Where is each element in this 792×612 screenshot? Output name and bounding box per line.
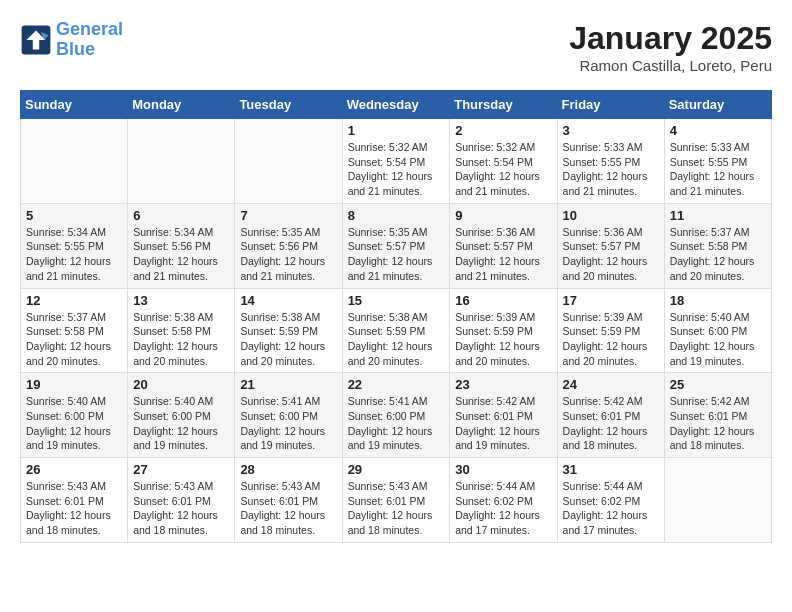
calendar-cell: 3Sunrise: 5:33 AM Sunset: 5:55 PM Daylig… — [557, 119, 664, 204]
calendar-cell: 23Sunrise: 5:42 AM Sunset: 6:01 PM Dayli… — [450, 373, 557, 458]
weekday-header-tuesday: Tuesday — [235, 91, 342, 119]
day-number: 18 — [670, 293, 766, 308]
calendar-cell: 11Sunrise: 5:37 AM Sunset: 5:58 PM Dayli… — [664, 203, 771, 288]
day-number: 21 — [240, 377, 336, 392]
calendar-week-row: 26Sunrise: 5:43 AM Sunset: 6:01 PM Dayli… — [21, 458, 772, 543]
calendar-cell — [128, 119, 235, 204]
day-info: Sunrise: 5:32 AM Sunset: 5:54 PM Dayligh… — [348, 140, 445, 199]
day-number: 28 — [240, 462, 336, 477]
day-info: Sunrise: 5:41 AM Sunset: 6:00 PM Dayligh… — [240, 394, 336, 453]
calendar-cell: 16Sunrise: 5:39 AM Sunset: 5:59 PM Dayli… — [450, 288, 557, 373]
calendar-cell: 29Sunrise: 5:43 AM Sunset: 6:01 PM Dayli… — [342, 458, 450, 543]
day-info: Sunrise: 5:42 AM Sunset: 6:01 PM Dayligh… — [670, 394, 766, 453]
calendar-cell: 15Sunrise: 5:38 AM Sunset: 5:59 PM Dayli… — [342, 288, 450, 373]
title-block: January 2025 Ramon Castilla, Loreto, Per… — [569, 20, 772, 74]
calendar-cell: 19Sunrise: 5:40 AM Sunset: 6:00 PM Dayli… — [21, 373, 128, 458]
calendar-cell: 26Sunrise: 5:43 AM Sunset: 6:01 PM Dayli… — [21, 458, 128, 543]
weekday-header-row: SundayMondayTuesdayWednesdayThursdayFrid… — [21, 91, 772, 119]
day-number: 9 — [455, 208, 551, 223]
logo-icon — [20, 24, 52, 56]
calendar-cell — [235, 119, 342, 204]
day-info: Sunrise: 5:43 AM Sunset: 6:01 PM Dayligh… — [348, 479, 445, 538]
day-number: 13 — [133, 293, 229, 308]
day-number: 11 — [670, 208, 766, 223]
calendar-cell — [21, 119, 128, 204]
day-number: 22 — [348, 377, 445, 392]
calendar-cell: 20Sunrise: 5:40 AM Sunset: 6:00 PM Dayli… — [128, 373, 235, 458]
day-info: Sunrise: 5:33 AM Sunset: 5:55 PM Dayligh… — [670, 140, 766, 199]
calendar-title: January 2025 — [569, 20, 772, 57]
weekday-header-sunday: Sunday — [21, 91, 128, 119]
day-number: 15 — [348, 293, 445, 308]
day-number: 1 — [348, 123, 445, 138]
day-number: 23 — [455, 377, 551, 392]
calendar-cell: 10Sunrise: 5:36 AM Sunset: 5:57 PM Dayli… — [557, 203, 664, 288]
day-number: 26 — [26, 462, 122, 477]
day-info: Sunrise: 5:41 AM Sunset: 6:00 PM Dayligh… — [348, 394, 445, 453]
day-info: Sunrise: 5:40 AM Sunset: 6:00 PM Dayligh… — [670, 310, 766, 369]
day-info: Sunrise: 5:36 AM Sunset: 5:57 PM Dayligh… — [563, 225, 659, 284]
day-info: Sunrise: 5:34 AM Sunset: 5:55 PM Dayligh… — [26, 225, 122, 284]
day-number: 6 — [133, 208, 229, 223]
calendar-table: SundayMondayTuesdayWednesdayThursdayFrid… — [20, 90, 772, 543]
calendar-cell: 18Sunrise: 5:40 AM Sunset: 6:00 PM Dayli… — [664, 288, 771, 373]
calendar-cell: 5Sunrise: 5:34 AM Sunset: 5:55 PM Daylig… — [21, 203, 128, 288]
day-number: 5 — [26, 208, 122, 223]
calendar-cell: 21Sunrise: 5:41 AM Sunset: 6:00 PM Dayli… — [235, 373, 342, 458]
calendar-cell: 22Sunrise: 5:41 AM Sunset: 6:00 PM Dayli… — [342, 373, 450, 458]
calendar-cell: 7Sunrise: 5:35 AM Sunset: 5:56 PM Daylig… — [235, 203, 342, 288]
day-number: 2 — [455, 123, 551, 138]
day-info: Sunrise: 5:39 AM Sunset: 5:59 PM Dayligh… — [455, 310, 551, 369]
day-info: Sunrise: 5:38 AM Sunset: 5:59 PM Dayligh… — [348, 310, 445, 369]
day-number: 17 — [563, 293, 659, 308]
day-number: 4 — [670, 123, 766, 138]
calendar-cell: 25Sunrise: 5:42 AM Sunset: 6:01 PM Dayli… — [664, 373, 771, 458]
calendar-cell: 2Sunrise: 5:32 AM Sunset: 5:54 PM Daylig… — [450, 119, 557, 204]
calendar-cell: 31Sunrise: 5:44 AM Sunset: 6:02 PM Dayli… — [557, 458, 664, 543]
calendar-week-row: 1Sunrise: 5:32 AM Sunset: 5:54 PM Daylig… — [21, 119, 772, 204]
day-info: Sunrise: 5:44 AM Sunset: 6:02 PM Dayligh… — [563, 479, 659, 538]
calendar-week-row: 12Sunrise: 5:37 AM Sunset: 5:58 PM Dayli… — [21, 288, 772, 373]
day-number: 10 — [563, 208, 659, 223]
day-number: 31 — [563, 462, 659, 477]
weekday-header-wednesday: Wednesday — [342, 91, 450, 119]
day-info: Sunrise: 5:37 AM Sunset: 5:58 PM Dayligh… — [26, 310, 122, 369]
day-info: Sunrise: 5:42 AM Sunset: 6:01 PM Dayligh… — [563, 394, 659, 453]
weekday-header-friday: Friday — [557, 91, 664, 119]
calendar-week-row: 5Sunrise: 5:34 AM Sunset: 5:55 PM Daylig… — [21, 203, 772, 288]
calendar-cell: 8Sunrise: 5:35 AM Sunset: 5:57 PM Daylig… — [342, 203, 450, 288]
day-info: Sunrise: 5:40 AM Sunset: 6:00 PM Dayligh… — [133, 394, 229, 453]
calendar-cell: 14Sunrise: 5:38 AM Sunset: 5:59 PM Dayli… — [235, 288, 342, 373]
day-number: 7 — [240, 208, 336, 223]
day-info: Sunrise: 5:44 AM Sunset: 6:02 PM Dayligh… — [455, 479, 551, 538]
day-info: Sunrise: 5:32 AM Sunset: 5:54 PM Dayligh… — [455, 140, 551, 199]
weekday-header-thursday: Thursday — [450, 91, 557, 119]
day-number: 14 — [240, 293, 336, 308]
calendar-week-row: 19Sunrise: 5:40 AM Sunset: 6:00 PM Dayli… — [21, 373, 772, 458]
calendar-cell: 30Sunrise: 5:44 AM Sunset: 6:02 PM Dayli… — [450, 458, 557, 543]
logo: General Blue — [20, 20, 123, 60]
day-number: 3 — [563, 123, 659, 138]
calendar-cell: 9Sunrise: 5:36 AM Sunset: 5:57 PM Daylig… — [450, 203, 557, 288]
calendar-cell: 4Sunrise: 5:33 AM Sunset: 5:55 PM Daylig… — [664, 119, 771, 204]
calendar-subtitle: Ramon Castilla, Loreto, Peru — [569, 57, 772, 74]
day-number: 29 — [348, 462, 445, 477]
day-info: Sunrise: 5:43 AM Sunset: 6:01 PM Dayligh… — [26, 479, 122, 538]
day-info: Sunrise: 5:36 AM Sunset: 5:57 PM Dayligh… — [455, 225, 551, 284]
day-info: Sunrise: 5:38 AM Sunset: 5:59 PM Dayligh… — [240, 310, 336, 369]
calendar-cell: 13Sunrise: 5:38 AM Sunset: 5:58 PM Dayli… — [128, 288, 235, 373]
calendar-cell — [664, 458, 771, 543]
calendar-cell: 17Sunrise: 5:39 AM Sunset: 5:59 PM Dayli… — [557, 288, 664, 373]
day-number: 24 — [563, 377, 659, 392]
day-number: 25 — [670, 377, 766, 392]
day-info: Sunrise: 5:35 AM Sunset: 5:56 PM Dayligh… — [240, 225, 336, 284]
calendar-cell: 24Sunrise: 5:42 AM Sunset: 6:01 PM Dayli… — [557, 373, 664, 458]
day-info: Sunrise: 5:40 AM Sunset: 6:00 PM Dayligh… — [26, 394, 122, 453]
day-number: 8 — [348, 208, 445, 223]
weekday-header-monday: Monday — [128, 91, 235, 119]
day-info: Sunrise: 5:35 AM Sunset: 5:57 PM Dayligh… — [348, 225, 445, 284]
day-number: 16 — [455, 293, 551, 308]
logo-text: General Blue — [56, 20, 123, 60]
page-header: General Blue January 2025 Ramon Castilla… — [20, 20, 772, 74]
weekday-header-saturday: Saturday — [664, 91, 771, 119]
